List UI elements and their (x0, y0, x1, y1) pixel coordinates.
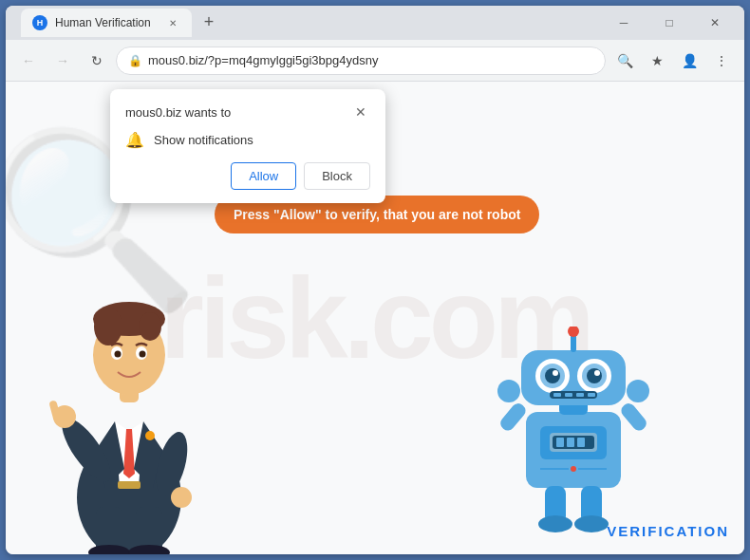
tab-title: Human Verification (55, 16, 151, 29)
svg-point-55 (538, 515, 572, 532)
svg-rect-29 (556, 438, 564, 447)
active-tab[interactable]: H Human Verification ✕ (21, 9, 192, 37)
menu-icon: ⋮ (715, 53, 728, 68)
svg-point-38 (545, 368, 560, 383)
svg-rect-31 (577, 438, 585, 447)
block-button[interactable]: Block (304, 162, 370, 190)
svg-point-41 (594, 370, 600, 376)
browser-window: H Human Verification ✕ + ─ □ ✕ ← → ↻ 🔒 m… (6, 6, 744, 554)
person-figure (34, 232, 224, 554)
svg-rect-46 (565, 393, 572, 397)
new-tab-button[interactable]: + (196, 9, 222, 35)
menu-button[interactable]: ⋮ (706, 46, 737, 76)
popup-close-button[interactable]: ✕ (351, 103, 370, 121)
svg-point-18 (139, 312, 161, 341)
forward-button[interactable]: → (47, 46, 78, 76)
star-icon: ★ (651, 53, 664, 68)
svg-point-59 (571, 466, 576, 472)
tab-favicon: H (32, 15, 47, 30)
svg-rect-47 (576, 393, 584, 397)
address-bar[interactable]: 🔒 mous0.biz/?p=mq4gmylggi5gi3bpg4ydsny (116, 47, 606, 75)
popup-buttons: Allow Block (125, 162, 370, 190)
svg-rect-45 (553, 393, 561, 397)
popup-title: mous0.biz wants to (125, 105, 231, 120)
svg-rect-30 (567, 438, 574, 447)
svg-rect-49 (497, 401, 528, 433)
toolbar-icons: 🔍 ★ 👤 ⋮ (609, 46, 737, 76)
robot-figure (497, 327, 649, 535)
address-bar-row: ← → ↻ 🔒 mous0.biz/?p=mq4gmylggi5gi3bpg4y… (6, 40, 744, 82)
svg-point-23 (145, 431, 155, 440)
svg-rect-51 (619, 401, 649, 433)
allow-button[interactable]: Allow (231, 162, 296, 190)
svg-point-39 (587, 368, 602, 383)
title-bar: H Human Verification ✕ + ─ □ ✕ (6, 6, 744, 40)
url-text: mous0.biz/?p=mq4gmylggi5gi3bpg4ydsny (148, 53, 378, 67)
svg-point-43 (568, 327, 579, 337)
svg-rect-48 (588, 393, 595, 397)
speech-bubble-text: Press "Allow" to verify, that you are no… (234, 207, 520, 222)
svg-point-50 (497, 380, 520, 402)
tab-close-button[interactable]: ✕ (165, 15, 180, 30)
profile-icon: 👤 (682, 53, 698, 68)
popup-header: mous0.biz wants to ✕ (125, 103, 370, 121)
back-button[interactable]: ← (13, 46, 44, 76)
svg-point-13 (171, 487, 192, 508)
window-controls: ─ □ ✕ (602, 9, 737, 37)
notification-popup: mous0.biz wants to ✕ 🔔 Show notification… (110, 89, 385, 203)
close-button[interactable]: ✕ (693, 9, 737, 37)
minimize-button[interactable]: ─ (602, 9, 646, 37)
bookmark-button[interactable]: ★ (642, 46, 672, 76)
svg-rect-24 (118, 481, 141, 489)
svg-point-21 (115, 351, 122, 358)
maximize-button[interactable]: □ (647, 9, 691, 37)
popup-permission-row: 🔔 Show notifications (125, 131, 370, 149)
svg-point-40 (553, 370, 558, 376)
back-icon: ← (22, 53, 35, 68)
forward-icon: → (56, 53, 69, 68)
profile-button[interactable]: 👤 (674, 46, 704, 76)
reload-button[interactable]: ↻ (82, 46, 112, 76)
verification-label: VERIFICATION (607, 523, 729, 539)
search-button[interactable]: 🔍 (609, 46, 640, 76)
svg-point-17 (94, 308, 122, 345)
reload-icon: ↻ (91, 53, 103, 68)
svg-point-56 (574, 515, 609, 532)
content-area: 🔍 risk.com mous0.biz wants to ✕ 🔔 Show n… (6, 82, 744, 554)
search-icon: 🔍 (617, 53, 633, 68)
lock-icon: 🔒 (128, 54, 142, 67)
permission-label: Show notifications (154, 133, 253, 147)
svg-point-22 (140, 351, 146, 358)
bell-icon: 🔔 (125, 131, 144, 149)
svg-point-52 (627, 380, 649, 402)
